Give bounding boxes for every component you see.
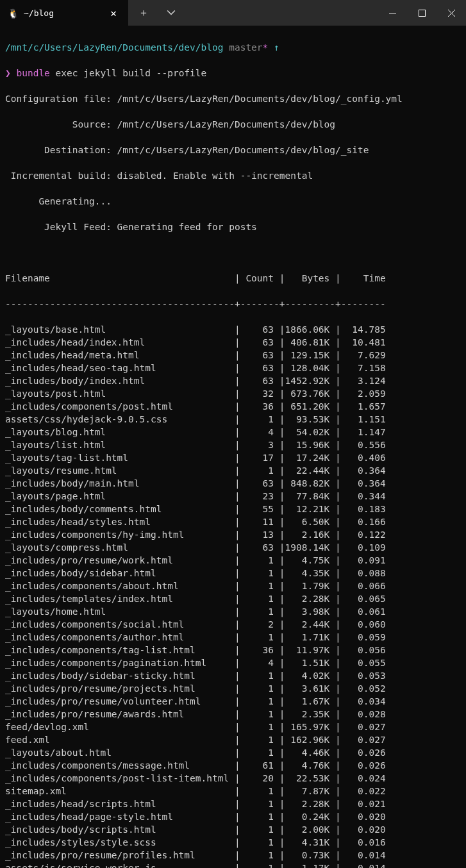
output-config: Configuration file: /mnt/c/Users/LazyRen…: [5, 92, 461, 105]
table-separator: ----------------------------------------…: [5, 297, 461, 310]
table-row: _layouts/resume.html | 1 | 22.44K | 0.36…: [5, 464, 461, 477]
table-row: _includes/head/seo-tag.html | 63 | 128.0…: [5, 362, 461, 374]
table-row: _includes/body/scripts.html | 1 | 2.00K …: [5, 823, 461, 836]
table-body: _layouts/base.html | 63 |1866.06K | 14.7…: [5, 323, 461, 868]
git-dirty-indicator: *: [263, 42, 269, 53]
table-row: _includes/pro/resume/projects.html | 1 |…: [5, 682, 461, 695]
tab-actions: ＋: [128, 0, 186, 26]
table-row: _includes/body/sidebar-sticky.html | 1 |…: [5, 669, 461, 682]
chevron-down-icon: [167, 8, 176, 17]
command-args: exec jekyll build --profile: [56, 68, 207, 78]
table-row: _includes/components/post-list-item.html…: [5, 772, 461, 785]
close-icon: [448, 10, 455, 17]
table-row: _layouts/post.html | 32 | 673.76K | 2.05…: [5, 387, 461, 400]
minimize-button[interactable]: [378, 0, 407, 26]
table-row: _includes/styles/style.scss | 1 | 4.31K …: [5, 836, 461, 849]
table-row: _includes/components/about.html | 1 | 1.…: [5, 580, 461, 592]
table-row: _includes/head/page-style.html | 1 | 0.2…: [5, 810, 461, 823]
blank-line: [5, 246, 461, 259]
table-row: assets/js/service-worker.js | 1 | 1.17K …: [5, 862, 461, 868]
penguin-icon: 🐧: [8, 7, 19, 20]
table-row: _layouts/base.html | 63 |1866.06K | 14.7…: [5, 323, 461, 336]
table-row: _includes/components/post.html | 36 | 65…: [5, 400, 461, 413]
prompt-symbol: ❯: [5, 68, 11, 78]
table-row: _includes/components/pagination.html | 4…: [5, 656, 461, 669]
output-destination: Destination: /mnt/c/Users/LazyRen/Docume…: [5, 144, 461, 156]
output-feed: Jekyll Feed: Generating feed for posts: [5, 221, 461, 233]
table-row: _includes/head/index.html | 63 | 406.81K…: [5, 336, 461, 349]
table-row: _includes/components/hy-img.html | 13 | …: [5, 528, 461, 541]
prompt-line-1: /mnt/c/Users/LazyRen/Documents/dev/blog …: [5, 41, 461, 54]
command-name: bundle: [16, 68, 49, 78]
table-row: _includes/head/meta.html | 63 | 129.15K …: [5, 349, 461, 362]
table-row: _layouts/page.html | 23 | 77.84K | 0.344: [5, 490, 461, 503]
table-header: Filename | Count | Bytes | Time: [5, 272, 461, 285]
table-row: _layouts/home.html | 1 | 3.98K | 0.061: [5, 605, 461, 618]
tab-title: ~/blog: [24, 7, 54, 20]
table-row: _includes/pro/resume/volunteer.html | 1 …: [5, 695, 461, 708]
table-row: _includes/pro/resume/work.html | 1 | 4.7…: [5, 554, 461, 567]
table-row: _includes/pro/resume/awards.html | 1 | 2…: [5, 708, 461, 721]
prompt-line-2: ❯ bundle exec jekyll build --profile: [5, 67, 461, 79]
table-row: _includes/body/main.html | 63 | 848.82K …: [5, 477, 461, 490]
table-row: _includes/components/author.html | 1 | 1…: [5, 631, 461, 644]
table-row: _includes/body/index.html | 63 |1452.92K…: [5, 374, 461, 387]
title-bar: 🐧 ~/blog ✕ ＋: [0, 0, 466, 26]
table-row: _layouts/compress.html | 63 |1908.14K | …: [5, 541, 461, 554]
table-row: _includes/components/message.html | 61 |…: [5, 759, 461, 772]
table-row: _layouts/about.html | 1 | 4.46K | 0.026: [5, 746, 461, 759]
tab-strip: 🐧 ~/blog ✕ ＋: [0, 0, 186, 26]
close-tab-button[interactable]: ✕: [106, 6, 121, 21]
table-row: _includes/head/styles.html | 11 | 6.50K …: [5, 515, 461, 528]
table-row: _layouts/list.html | 3 | 15.96K | 0.556: [5, 438, 461, 451]
table-row: _includes/components/social.html | 2 | 2…: [5, 618, 461, 631]
output-incremental: Incremental build: disabled. Enable with…: [5, 169, 461, 182]
table-row: _includes/pro/resume/profiles.html | 1 |…: [5, 849, 461, 862]
maximize-button[interactable]: [407, 0, 437, 26]
output-source: Source: /mnt/c/Users/LazyRen/Documents/d…: [5, 118, 461, 131]
table-row: _layouts/tag-list.html | 17 | 17.24K | 0…: [5, 451, 461, 464]
minimize-icon: [389, 10, 396, 17]
new-tab-button[interactable]: ＋: [132, 3, 155, 23]
output-generating: Generating...: [5, 195, 461, 208]
table-row: _includes/components/tag-list.html | 36 …: [5, 644, 461, 656]
table-row: _includes/head/scripts.html | 1 | 2.28K …: [5, 797, 461, 810]
cwd-path: /mnt/c/Users/LazyRen/Documents/dev/blog: [5, 42, 223, 53]
maximize-icon: [419, 10, 426, 17]
table-row: assets/css/hydejack-9.0.5.css | 1 | 93.5…: [5, 413, 461, 426]
table-row: sitemap.xml | 1 | 7.87K | 0.022: [5, 785, 461, 797]
window-controls: [378, 0, 466, 26]
table-row: _includes/body/comments.html | 55 | 12.2…: [5, 503, 461, 515]
git-branch: master: [229, 42, 262, 53]
table-row: feed/devlog.xml | 1 | 165.97K | 0.027: [5, 721, 461, 733]
git-ahead-indicator: ↑: [274, 42, 279, 53]
tab-dropdown-button[interactable]: [160, 4, 182, 21]
table-row: _includes/templates/index.html | 1 | 2.2…: [5, 592, 461, 605]
table-row: _includes/body/sidebar.html | 1 | 4.35K …: [5, 567, 461, 580]
table-row: feed.xml | 1 | 162.96K | 0.027: [5, 733, 461, 746]
close-window-button[interactable]: [437, 0, 466, 26]
table-row: _layouts/blog.html | 4 | 54.02K | 1.147: [5, 426, 461, 438]
terminal-output[interactable]: /mnt/c/Users/LazyRen/Documents/dev/blog …: [0, 26, 466, 868]
svg-rect-0: [419, 10, 425, 16]
tab-active[interactable]: 🐧 ~/blog ✕: [0, 0, 128, 26]
